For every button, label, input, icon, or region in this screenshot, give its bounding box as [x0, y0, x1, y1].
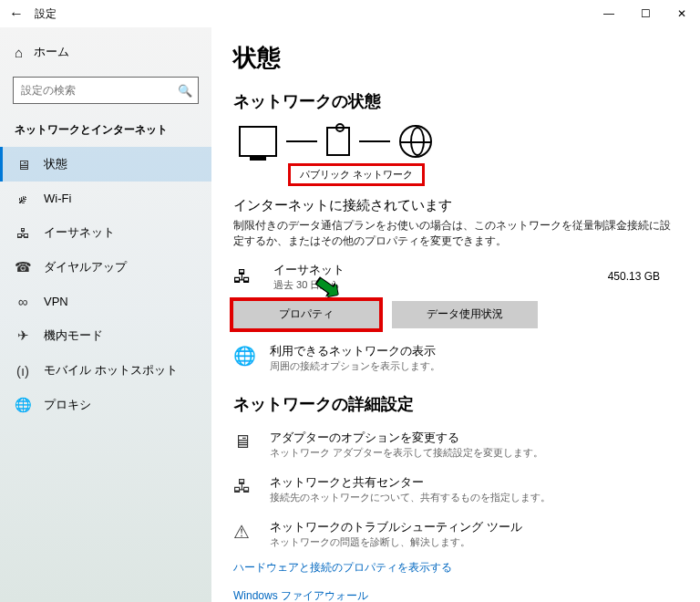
sharing-icon: 🖧 — [233, 474, 257, 504]
wifi-icon: ⸙ — [15, 191, 31, 206]
status-icon: 🖥 — [15, 157, 31, 172]
sidebar-item-label: モバイル ホットスポット — [44, 362, 178, 379]
option-title: 利用できるネットワークの表示 — [270, 343, 440, 359]
section-status: ネットワークの状態 — [233, 90, 678, 112]
option-title: ネットワークのトラブルシューティング ツール — [270, 519, 522, 535]
adapter-icon: 🖧 — [233, 266, 262, 287]
adapter-sub: 過去 30 日から — [273, 278, 345, 292]
option-subtitle: ネットワークの問題を診断し、解決します。 — [270, 535, 522, 549]
vpn-icon: ∞ — [15, 294, 31, 309]
back-button[interactable]: ← — [9, 5, 31, 22]
adapter-row: 🖧 イーサネット 過去 30 日から 450.13 GB — [233, 262, 678, 292]
available-networks-option[interactable]: 🌐 利用できるネットワークの表示 周囲の接続オプションを表示します。 — [233, 343, 678, 373]
home-icon: ⌂ — [15, 45, 23, 60]
router-icon — [326, 127, 350, 156]
titlebar: ← 設定 — ☐ ✕ — [0, 0, 700, 27]
close-button[interactable]: ✕ — [664, 0, 700, 27]
adapter-options-icon: 🖥 — [233, 430, 257, 460]
data-usage-button[interactable]: データ使用状況 — [392, 301, 538, 328]
sidebar-item-hotspot[interactable]: (ı) モバイル ホットスポット — [0, 353, 211, 388]
sidebar-item-label: プロキシ — [44, 397, 91, 413]
maximize-button[interactable]: ☐ — [627, 0, 664, 27]
search-box[interactable]: 🔍 — [13, 77, 199, 104]
sidebar-item-label: Wi-Fi — [44, 192, 71, 205]
search-icon: 🔍 — [172, 84, 198, 98]
network-type-highlight: パブリック ネットワーク — [288, 163, 425, 186]
link-firewall[interactable]: Windows ファイアウォール — [233, 588, 678, 602]
sidebar-item-vpn[interactable]: ∞ VPN — [0, 285, 211, 318]
device-icon — [239, 126, 277, 157]
proxy-icon: 🌐 — [15, 397, 31, 413]
connection-line-icon — [359, 140, 390, 142]
dialup-icon: ☎ — [15, 259, 31, 275]
connection-line-icon — [286, 140, 317, 142]
home-label: ホーム — [34, 44, 69, 60]
globe-icon — [399, 125, 432, 158]
sidebar: ⌂ ホーム 🔍 ネットワークとインターネット 🖥 状態 ⸙ Wi-Fi 🖧 イー… — [0, 27, 211, 602]
adapter-usage: 450.13 GB — [608, 270, 660, 283]
sidebar-item-label: 機内モード — [44, 327, 103, 344]
home-link[interactable]: ⌂ ホーム — [0, 36, 211, 67]
warning-icon: ⚠ — [233, 519, 257, 549]
adapter-options[interactable]: 🖥 アダプターのオプションを変更する ネットワーク アダプターを表示して接続設定… — [233, 430, 678, 460]
page-title: 状態 — [233, 42, 678, 74]
option-subtitle: 周囲の接続オプションを表示します。 — [270, 359, 440, 373]
option-subtitle: ネットワーク アダプターを表示して接続設定を変更します。 — [270, 446, 543, 460]
sidebar-item-label: イーサネット — [44, 224, 115, 241]
search-input[interactable] — [14, 84, 172, 97]
sidebar-item-label: VPN — [44, 295, 68, 308]
sidebar-item-label: ダイヤルアップ — [44, 259, 127, 275]
sidebar-item-ethernet[interactable]: 🖧 イーサネット — [0, 215, 211, 250]
link-hardware-properties[interactable]: ハードウェアと接続のプロパティを表示する — [233, 560, 678, 576]
minimize-button[interactable]: — — [591, 0, 627, 27]
section-advanced: ネットワークの詳細設定 — [233, 393, 678, 415]
button-row: ➡ プロパティ データ使用状況 — [233, 301, 678, 328]
globe-icon: 🌐 — [233, 343, 257, 373]
sidebar-item-wifi[interactable]: ⸙ Wi-Fi — [0, 182, 211, 215]
adapter-name: イーサネット — [273, 262, 345, 278]
sidebar-item-status[interactable]: 🖥 状態 — [0, 147, 211, 182]
option-title: ネットワークと共有センター — [270, 474, 551, 491]
sharing-center-option[interactable]: 🖧 ネットワークと共有センター 接続先のネットワークについて、共有するものを指定… — [233, 474, 678, 504]
airplane-icon: ✈ — [15, 327, 31, 344]
sidebar-item-dialup[interactable]: ☎ ダイヤルアップ — [0, 250, 211, 285]
ethernet-icon: 🖧 — [15, 225, 31, 241]
content: 状態 ネットワークの状態 パブリック ネットワーク インターネットに接続されてい… — [211, 27, 700, 602]
properties-button[interactable]: プロパティ — [233, 301, 379, 328]
sidebar-item-airplane[interactable]: ✈ 機内モード — [0, 318, 211, 353]
sidebar-item-label: 状態 — [44, 156, 67, 172]
hotspot-icon: (ı) — [15, 363, 31, 379]
network-diagram — [239, 125, 678, 158]
connected-description: 制限付きのデータ通信プランをお使いの場合は、このネットワークを従量制課金接続に設… — [233, 218, 678, 249]
troubleshoot-option[interactable]: ⚠ ネットワークのトラブルシューティング ツール ネットワークの問題を診断し、解… — [233, 519, 678, 549]
connected-heading: インターネットに接続されています — [233, 197, 678, 214]
option-title: アダプターのオプションを変更する — [270, 430, 543, 446]
window-title: 設定 — [35, 6, 57, 22]
option-subtitle: 接続先のネットワークについて、共有するものを指定します。 — [270, 491, 551, 504]
sidebar-category: ネットワークとインターネット — [0, 113, 211, 147]
sidebar-item-proxy[interactable]: 🌐 プロキシ — [0, 388, 211, 422]
